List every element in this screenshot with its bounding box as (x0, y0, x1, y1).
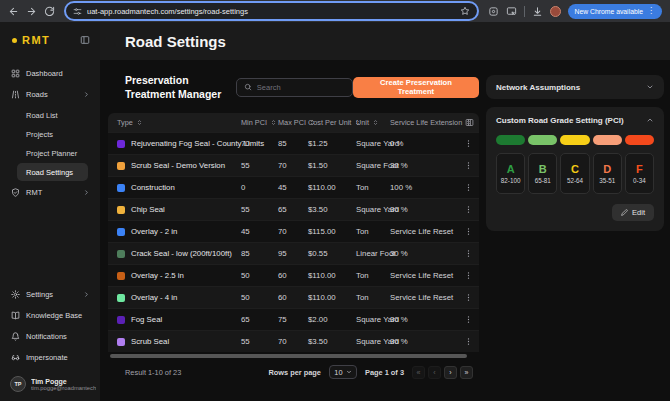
extensions-icon[interactable] (488, 6, 499, 17)
sub-item-label: Project Planner (26, 149, 77, 158)
search-box[interactable] (236, 78, 353, 97)
sort-icon[interactable] (270, 119, 277, 126)
table-row[interactable]: Overlay - 4 in 50 60 $110.00 Ton Service… (108, 286, 479, 308)
table-row[interactable]: Chip Seal 55 65 $3.50 Square Yard 30 % (108, 198, 479, 220)
create-preservation-treatment-button[interactable]: Create Preservation Treatment (353, 77, 479, 98)
table-row[interactable]: Scrub Seal 55 70 $3.50 Square Yard 30 % (108, 330, 479, 352)
row-menu-icon[interactable] (464, 249, 479, 258)
column-header-unit[interactable]: Unit (356, 118, 390, 127)
site-settings-icon[interactable] (73, 7, 82, 16)
sidebar-item-project-planner[interactable]: Project Planner (17, 144, 88, 162)
search-input[interactable] (257, 83, 345, 92)
rows-per-page-select[interactable]: 10 (329, 365, 357, 379)
table-row[interactable]: Crack Seal - low (200ft/100ft) 85 95 $0.… (108, 242, 479, 264)
road-icon (11, 90, 20, 99)
max-pci-value: 70 (278, 161, 308, 170)
user-menu[interactable]: TP Tim Pogge tim.pogge@roadmantech.com (10, 376, 96, 392)
bookmark-star-icon[interactable] (460, 6, 470, 16)
table-row[interactable]: Overlay - 2 in 45 70 $115.00 Ton Service… (108, 220, 479, 242)
row-menu-icon[interactable] (464, 293, 479, 302)
sidebar-collapse-icon[interactable] (80, 35, 90, 45)
grade-setting-title: Custom Road Grade Setting (PCI) (496, 116, 624, 125)
horizontal-scrollbar[interactable] (110, 354, 467, 358)
logo-dot-icon (12, 38, 17, 43)
sidebar-item-label: RMT (26, 188, 42, 197)
chevron-up-icon[interactable] (646, 116, 654, 124)
edit-grades-button[interactable]: Edit (612, 204, 654, 221)
grade-letter: C (571, 163, 579, 175)
sub-item-label: Road List (26, 111, 58, 120)
sidebar-item-label: Knowledge Base (26, 311, 82, 320)
last-page-button[interactable]: » (460, 366, 473, 379)
forward-icon[interactable] (26, 6, 37, 17)
reload-icon[interactable] (44, 6, 55, 17)
sidebar-item-label: Dashboard (26, 69, 63, 78)
sort-icon[interactable] (136, 119, 143, 126)
prev-page-button[interactable]: ‹ (428, 366, 441, 379)
table-row[interactable]: Scrub Seal - Demo Version 55 70 $1.50 Sq… (108, 154, 479, 176)
row-menu-icon[interactable] (464, 315, 479, 324)
sort-icon[interactable] (372, 119, 379, 126)
grade-letter: B (539, 163, 547, 175)
cost-per-unit-value: $0.55 (308, 249, 356, 258)
row-menu-icon[interactable] (464, 227, 479, 236)
max-pci-value: 70 (278, 227, 308, 236)
cost-per-unit-value: $110.00 (308, 293, 356, 302)
sidebar-item-settings[interactable]: Settings (0, 284, 100, 305)
max-pci-value: 60 (278, 271, 308, 280)
page-header: Road Settings (100, 22, 670, 60)
table-row[interactable]: Rejuvenating Fog Seal - County Limits 70… (108, 132, 479, 154)
sidebar-item-road-settings[interactable]: Road Settings (17, 163, 88, 181)
download-icon[interactable] (532, 6, 543, 17)
cost-per-unit-value: $3.50 (308, 337, 356, 346)
sidebar-item-rmt[interactable]: RMT (0, 182, 100, 203)
row-menu-icon[interactable] (464, 139, 479, 148)
sidebar-item-road-list[interactable]: Road List (17, 106, 88, 124)
min-pci-value: 0 (241, 183, 278, 192)
table-row[interactable]: Construction 0 45 $110.00 Ton 100 % (108, 176, 479, 198)
sidebar-item-roads[interactable]: Roads (0, 84, 100, 105)
page-title: Road Settings (125, 33, 226, 50)
row-menu-icon[interactable] (464, 205, 479, 214)
sidebar-item-notifications[interactable]: Notifications (0, 326, 100, 347)
result-count: Result 1-10 of 23 (125, 368, 181, 377)
row-menu-icon[interactable] (464, 161, 479, 170)
sidebar-item-knowledge-base[interactable]: Knowledge Base (0, 305, 100, 326)
first-page-button[interactable]: « (412, 366, 425, 379)
column-header-max-pci[interactable]: Max PCI (278, 118, 308, 127)
side-panel-icon[interactable] (506, 6, 517, 17)
treatment-name: Fog Seal (131, 315, 162, 324)
column-header-type[interactable]: Type (117, 118, 241, 127)
grade-color-pill (496, 135, 525, 145)
network-assumptions-card[interactable]: Network Assumptions (486, 75, 664, 99)
table-row[interactable]: Fog Seal 65 75 $2.00 Square Yard 30 % (108, 308, 479, 330)
chrome-menu-icon[interactable]: ⋮ (647, 7, 655, 15)
row-menu-icon[interactable] (464, 183, 479, 192)
row-menu-icon[interactable] (464, 337, 479, 346)
sidebar-item-impersonate[interactable]: Impersonate (0, 347, 100, 368)
profile-avatar[interactable] (550, 6, 561, 17)
chrome-update-pill[interactable]: New Chrome available ⋮ (568, 4, 662, 19)
grade-color-pill (593, 135, 622, 145)
url-bar[interactable]: uat-app.roadmantech.com/settings/road-se… (66, 3, 477, 19)
treatment-name: Overlay - 4 in (131, 293, 177, 302)
cost-per-unit-value: $2.00 (308, 315, 356, 324)
max-pci-value: 60 (278, 293, 308, 302)
chevron-down-icon[interactable] (646, 83, 654, 91)
column-settings-icon[interactable] (465, 118, 474, 127)
back-icon[interactable] (8, 6, 19, 17)
service-life-extension-value: 30 % (390, 337, 464, 346)
grade-range: 0-34 (633, 177, 646, 184)
column-header-min-pci[interactable]: Min PCI (241, 118, 278, 127)
table-row[interactable]: Overlay - 2.5 in 50 60 $110.00 Ton Servi… (108, 264, 479, 286)
sidebar-item-dashboard[interactable]: Dashboard (0, 63, 100, 84)
right-panel: Network Assumptions Custom Road Grade Se… (486, 73, 664, 401)
service-life-extension-value: Service Life Reset (390, 227, 464, 236)
column-header-cost-per-unit[interactable]: Cost Per Unit (308, 118, 356, 127)
grade-setting-header[interactable]: Custom Road Grade Setting (PCI) (496, 107, 654, 133)
column-header-service-life-extension[interactable]: Service Life Extension (390, 118, 464, 127)
row-menu-icon[interactable] (464, 271, 479, 280)
next-page-button[interactable]: › (444, 366, 457, 379)
sidebar-item-projects[interactable]: Projects (17, 125, 88, 143)
url-text[interactable]: uat-app.roadmantech.com/settings/road-se… (87, 7, 455, 16)
